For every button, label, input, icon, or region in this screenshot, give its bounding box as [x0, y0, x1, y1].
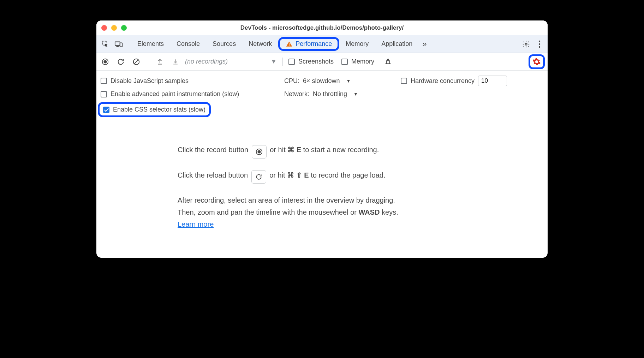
memory-label: Memory: [351, 58, 374, 65]
svg-rect-3: [289, 43, 290, 44]
svg-point-8: [539, 46, 540, 47]
landing-line-wasd: Then, zoom and pan the timeline with the…: [178, 207, 495, 217]
performance-toolbar: (no recordings) ▼ Screenshots Memory: [96, 53, 548, 71]
recordings-placeholder: (no recordings): [185, 58, 228, 65]
checkbox-icon: [341, 59, 348, 65]
css-selector-label: Enable CSS selector stats (slow): [113, 106, 205, 113]
screenshots-label: Screenshots: [298, 58, 334, 65]
landing-line-record: Click the record button or hit ⌘ E to st…: [178, 144, 495, 156]
checkbox-icon: [288, 59, 295, 65]
tab-console[interactable]: Console: [170, 37, 206, 50]
landing-line-drag: After recording, select an area of inter…: [178, 195, 495, 205]
network-throttle-select[interactable]: No throttling ▼: [313, 90, 358, 99]
svg-point-7: [539, 43, 540, 44]
recordings-dropdown[interactable]: (no recordings) ▼: [185, 58, 277, 65]
screenshots-checkbox[interactable]: Screenshots: [288, 58, 334, 65]
svg-rect-1: [115, 42, 120, 45]
record-button-inline[interactable]: [252, 145, 267, 159]
tab-elements[interactable]: Elements: [131, 37, 170, 50]
capture-settings-panel: Disable JavaScript samples CPU: 6× slowd…: [96, 71, 548, 123]
divider: [282, 58, 283, 66]
svg-point-14: [257, 150, 261, 153]
tab-application[interactable]: Application: [375, 37, 419, 50]
disable-js-samples-checkbox[interactable]: Disable JavaScript samples: [101, 77, 189, 85]
cpu-value: 6× slowdown: [303, 77, 340, 85]
clear-button[interactable]: [130, 56, 142, 68]
tab-sources[interactable]: Sources: [206, 37, 242, 50]
upload-profile-icon[interactable]: [154, 56, 166, 68]
shortcut-reload: ⌘ ⇧ E: [287, 171, 309, 179]
advanced-paint-label: Enable advanced paint instrumentation (s…: [111, 90, 239, 98]
more-tabs-icon[interactable]: »: [419, 40, 430, 49]
cpu-label: CPU:: [284, 77, 299, 85]
titlebar: DevTools - microsoftedge.github.io/Demos…: [96, 20, 548, 35]
panel-tab-row: Elements Console Sources Network Perform…: [96, 35, 548, 53]
memory-checkbox[interactable]: Memory: [341, 58, 374, 65]
hardware-concurrency-checkbox[interactable]: Hardware concurrency: [401, 77, 475, 85]
tab-memory[interactable]: Memory: [339, 37, 375, 50]
dropdown-caret-icon: ▼: [346, 78, 351, 84]
svg-point-5: [525, 43, 527, 45]
kebab-menu-icon[interactable]: [534, 40, 545, 48]
svg-point-10: [103, 60, 107, 63]
dropdown-caret-icon: ▼: [353, 91, 358, 97]
warning-icon: [286, 41, 293, 48]
record-button[interactable]: [99, 56, 111, 68]
download-profile-icon[interactable]: [169, 56, 181, 68]
divider: [148, 58, 148, 66]
network-value: No throttling: [313, 90, 347, 98]
devtools-window: DevTools - microsoftedge.github.io/Demos…: [96, 20, 548, 258]
device-toolbar-icon[interactable]: [113, 38, 125, 50]
window-title: DevTools - microsoftedge.github.io/Demos…: [96, 24, 548, 31]
capture-settings-button[interactable]: [529, 54, 545, 69]
css-selector-stats-checkbox[interactable]: Enable CSS selector stats (slow): [98, 102, 211, 117]
reload-button[interactable]: [115, 56, 127, 68]
cpu-throttle-select[interactable]: 6× slowdown ▼: [303, 77, 351, 85]
tab-performance-label: Performance: [296, 40, 332, 48]
reload-button-inline[interactable]: [251, 170, 266, 184]
svg-rect-4: [289, 45, 290, 46]
disable-js-label: Disable JavaScript samples: [111, 77, 189, 85]
inspect-element-icon[interactable]: [99, 38, 111, 50]
network-label: Network:: [284, 90, 309, 98]
tab-network[interactable]: Network: [242, 37, 278, 50]
svg-point-12: [536, 61, 538, 63]
performance-landing: Click the record button or hit ⌘ E to st…: [96, 123, 548, 258]
shortcut-record: ⌘ E: [287, 146, 301, 154]
learn-more-link[interactable]: Learn more: [178, 220, 214, 228]
advanced-paint-checkbox[interactable]: Enable advanced paint instrumentation (s…: [101, 90, 239, 98]
panel-tabs: Elements Console Sources Network Perform…: [131, 37, 430, 51]
dropdown-caret-icon: ▼: [270, 58, 277, 65]
landing-line-reload: Click the reload button or hit ⌘ ⇧ E to …: [178, 170, 495, 181]
checkbox-checked-icon: [103, 107, 109, 113]
svg-point-6: [539, 40, 540, 42]
tab-performance[interactable]: Performance: [278, 37, 339, 51]
hw-label: Hardware concurrency: [411, 77, 475, 85]
settings-icon[interactable]: [519, 40, 533, 48]
checkbox-icon: [401, 78, 407, 84]
svg-rect-2: [120, 43, 122, 47]
garbage-collect-icon[interactable]: [382, 56, 394, 68]
hardware-concurrency-input[interactable]: [478, 76, 507, 86]
checkbox-icon: [101, 91, 107, 97]
checkbox-icon: [101, 78, 107, 84]
